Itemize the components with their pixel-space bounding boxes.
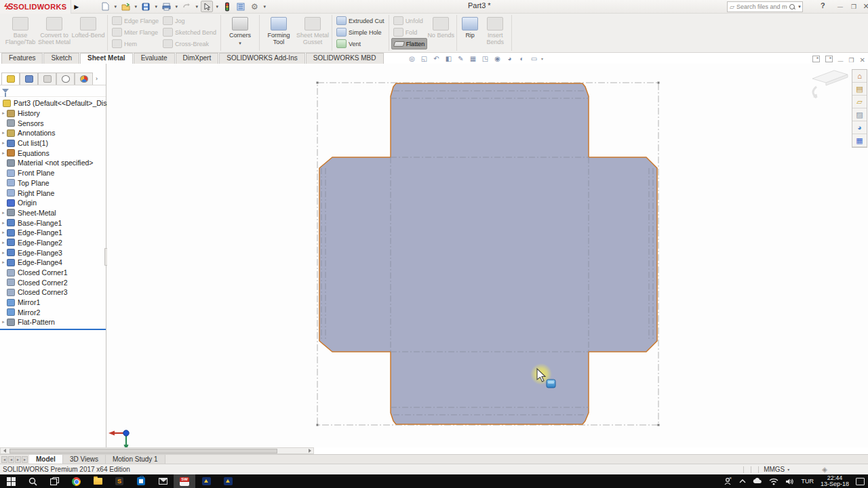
- tree-item[interactable]: Top Plane: [0, 178, 106, 188]
- units-caret-icon[interactable]: [787, 467, 789, 472]
- view-toolbar-icon[interactable]: ↶: [431, 54, 441, 63]
- expand-arrow-icon[interactable]: [0, 250, 7, 256]
- extruded-cut-button[interactable]: Extruded Cut: [334, 15, 387, 26]
- unfold-button[interactable]: Unfold: [391, 15, 428, 26]
- insert-bends-button[interactable]: Insert Bends: [481, 15, 509, 51]
- expand-arrow-icon[interactable]: [0, 240, 7, 245]
- configuration-manager-tab[interactable]: [38, 73, 56, 85]
- edge-flange-button[interactable]: Edge Flange: [110, 15, 161, 26]
- task-pane-icon[interactable]: ▦: [852, 134, 867, 147]
- search-input[interactable]: Search files and models: [736, 3, 787, 10]
- microsoft-store-icon[interactable]: [130, 474, 152, 488]
- options-list-button[interactable]: [235, 1, 247, 12]
- task-pane-icon[interactable]: ▱: [852, 96, 867, 108]
- graphics-area[interactable]: X ⌂ ▤ ▱: [107, 64, 868, 447]
- print-button[interactable]: [160, 1, 172, 12]
- expand-arrow-icon[interactable]: [0, 110, 7, 116]
- media-app-icon-2[interactable]: [217, 474, 239, 488]
- sublime-text-icon[interactable]: S: [108, 474, 130, 488]
- view-toolbar-caret-icon[interactable]: [541, 56, 543, 61]
- no-bends-button[interactable]: No Bends: [427, 15, 454, 51]
- tree-item[interactable]: Front Plane: [0, 168, 106, 178]
- undo-button[interactable]: [180, 1, 193, 12]
- convert-to-sheet-metal-button[interactable]: Convert to Sheet Metal: [37, 15, 71, 51]
- task-pane-icon[interactable]: ⌂: [852, 70, 867, 83]
- expand-arrow-icon[interactable]: [0, 210, 7, 216]
- last-tab-button[interactable]: ▸: [22, 456, 28, 463]
- tree-item[interactable]: Material <not specified>: [0, 158, 106, 168]
- select-tool-button[interactable]: [201, 1, 213, 12]
- view-toolbar-icon[interactable]: ◳: [480, 54, 490, 63]
- tree-item[interactable]: Annotations: [0, 128, 106, 138]
- first-tab-button[interactable]: ◂: [1, 456, 7, 463]
- print-caret-icon[interactable]: [174, 4, 179, 9]
- task-pane-icon[interactable]: ▨: [852, 108, 867, 121]
- expand-arrow-icon[interactable]: [0, 319, 7, 325]
- fold-button[interactable]: Fold: [391, 26, 428, 38]
- media-app-icon-1[interactable]: [195, 474, 217, 488]
- menu-flyout-arrow-icon[interactable]: ▶: [74, 3, 79, 10]
- open-caret-icon[interactable]: [133, 4, 138, 9]
- simple-hole-button[interactable]: Simple Hole: [334, 26, 387, 38]
- taskbar-search-button[interactable]: [22, 474, 43, 488]
- view-toolbar-icon[interactable]: ◉: [492, 54, 502, 63]
- featuremanager-tree-tab[interactable]: [1, 73, 20, 85]
- rip-button[interactable]: Rip: [459, 15, 481, 51]
- miter-flange-button[interactable]: Miter Flange: [110, 26, 161, 38]
- units-selector[interactable]: MMGS: [764, 466, 785, 473]
- tree-item[interactable]: Right Plane: [0, 188, 106, 198]
- tree-item[interactable]: Mirror1: [0, 298, 106, 308]
- forming-tool-button[interactable]: Forming Tool: [262, 15, 296, 51]
- view-toolbar-icon[interactable]: ◎: [407, 54, 417, 63]
- view-toolbar-icon[interactable]: ◕: [505, 54, 515, 63]
- settings-gear-button[interactable]: ⚙: [248, 1, 260, 12]
- prev-tab-button[interactable]: ◂: [8, 456, 14, 463]
- save-caret-icon[interactable]: [153, 4, 159, 9]
- task-pane-icon[interactable]: ◕: [852, 121, 867, 134]
- window-close-button[interactable]: [859, 0, 868, 13]
- tree-root-item[interactable]: Part3 (Default<<Default>_Display State: [0, 98, 106, 108]
- sketched-bend-button[interactable]: Sketched Bend: [161, 26, 218, 38]
- view-toolbar-icon[interactable]: ◐: [517, 54, 527, 63]
- language-indicator[interactable]: TUR: [797, 474, 817, 488]
- doc-tab[interactable]: Model: [29, 455, 63, 464]
- tree-item[interactable]: Base-Flange1: [0, 218, 106, 228]
- flatten-button[interactable]: Flatten: [391, 38, 428, 49]
- expand-arrow-icon[interactable]: [0, 230, 7, 235]
- onedrive-cloud-icon[interactable]: [749, 474, 766, 488]
- tree-item[interactable]: Edge-Flange4: [0, 258, 106, 268]
- next-tab-button[interactable]: ▸: [15, 456, 21, 463]
- tray-expand-caret-icon[interactable]: [736, 474, 749, 488]
- command-manager-tab[interactable]: SOLIDWORKS MBD: [306, 53, 384, 64]
- file-explorer-icon[interactable]: [87, 474, 108, 488]
- command-manager-tab[interactable]: Sheet Metal: [80, 53, 133, 64]
- solidworks-taskbar-icon[interactable]: SW: [174, 474, 195, 488]
- cross-break-button[interactable]: Cross-Break: [161, 38, 218, 49]
- flat-pattern-face[interactable]: [319, 83, 657, 424]
- solidworks-logo[interactable]: ϟS SOLIDWORKS: [0, 0, 71, 14]
- tree-item[interactable]: Equations: [0, 148, 106, 158]
- task-view-button[interactable]: [43, 474, 65, 488]
- settings-caret-icon[interactable]: [262, 4, 267, 9]
- tree-item[interactable]: Closed Corner3: [0, 287, 106, 298]
- tree-item[interactable]: Edge-Flange1: [0, 228, 106, 238]
- command-manager-tab[interactable]: SOLIDWORKS Add-Ins: [219, 53, 304, 64]
- help-button[interactable]: ?: [821, 1, 825, 9]
- taskbar-clock[interactable]: 22:44 13-Sep-18: [817, 474, 852, 488]
- search-caret-icon[interactable]: [797, 4, 802, 9]
- expand-arrow-icon[interactable]: [0, 220, 7, 226]
- view-toolbar-icon[interactable]: ▭: [529, 54, 539, 63]
- tree-item[interactable]: Closed Corner2: [0, 277, 106, 287]
- wifi-icon[interactable]: [766, 474, 782, 488]
- save-button[interactable]: [140, 1, 152, 12]
- undo-caret-icon[interactable]: [194, 4, 199, 9]
- tree-item[interactable]: Edge-Flange2: [0, 238, 106, 248]
- select-caret-icon[interactable]: [214, 4, 220, 9]
- tree-item[interactable]: Sensors: [0, 118, 106, 128]
- doc-tab[interactable]: Motion Study 1: [106, 455, 165, 464]
- rebuild-button[interactable]: [221, 1, 233, 12]
- command-manager-tab[interactable]: Evaluate: [134, 53, 175, 64]
- vent-button[interactable]: Vent: [334, 38, 387, 49]
- mail-icon[interactable]: [152, 474, 174, 488]
- expand-arrow-icon[interactable]: [0, 130, 7, 136]
